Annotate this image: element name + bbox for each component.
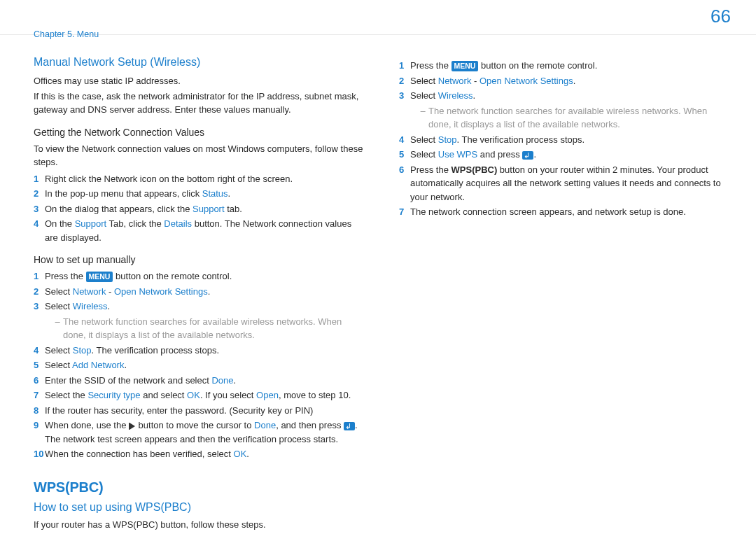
highlight-stop: Stop xyxy=(438,134,457,145)
step-item: Right click the Network icon on the bott… xyxy=(34,172,365,186)
page-number: 66 xyxy=(710,6,731,27)
step-text: Select xyxy=(45,301,73,311)
step-item: Select Network - Open Network Settings. xyxy=(34,285,365,299)
step-text: Select xyxy=(410,76,438,86)
step-text: . xyxy=(228,188,231,199)
bold-wps-pbc: WPS(PBC) xyxy=(451,164,498,175)
step-item: When the connection has been verified, s… xyxy=(34,447,365,461)
step-item: Select Stop. The verification process st… xyxy=(34,344,365,358)
highlight-security-type: Security type xyxy=(88,390,140,400)
heading-how-to-wps: How to set up using WPS(PBC) xyxy=(34,501,365,514)
step-text: and select xyxy=(141,390,188,400)
highlight-use-wps: Use WPS xyxy=(438,149,477,160)
content-area: Manual Network Setup (Wireless) Offices … xyxy=(0,35,756,533)
highlight-done: Done xyxy=(211,375,233,386)
breadcrumb: Chapter 5. Menu xyxy=(34,29,99,39)
step-text: Select xyxy=(45,286,73,297)
step-text: . The verification process stops. xyxy=(92,345,220,356)
step-text: In the pop-up menu that appears, click xyxy=(45,188,202,199)
step-text: Select xyxy=(410,90,438,101)
highlight-ok: OK xyxy=(234,449,247,459)
step-text: Select xyxy=(45,360,72,370)
heading-getting-values: Getting the Network Connection Values xyxy=(34,127,365,138)
step-text: . xyxy=(234,375,237,386)
highlight-details: Details xyxy=(164,218,192,229)
step-text: , move to step 10. xyxy=(279,390,351,400)
highlight-open-network-settings: Open Network Settings xyxy=(114,286,208,297)
step-text: . xyxy=(533,149,536,160)
highlight-status: Status xyxy=(202,188,228,199)
right-arrow-icon xyxy=(130,423,135,430)
step-text: button on the remote control. xyxy=(113,271,232,281)
step-item: Select Wireless. The network function se… xyxy=(34,300,365,342)
step-text: When the connection has been verified, s… xyxy=(45,449,234,459)
step-text: Select the xyxy=(45,390,88,400)
highlight-stop: Stop xyxy=(73,345,92,356)
step-text: . xyxy=(124,360,127,370)
heading-wps-pbc: WPS(PBC) xyxy=(34,479,365,496)
list-getting-values: Right click the Network icon on the bott… xyxy=(34,172,365,245)
step-text: button to move the cursor to xyxy=(136,420,254,430)
step-text: Enter the SSID of the network and select xyxy=(45,375,211,386)
step-text: Press the xyxy=(410,164,451,175)
step-text: Press the xyxy=(45,271,86,281)
step-item: In the pop-up menu that appears, click S… xyxy=(34,187,365,201)
step-text: . xyxy=(108,301,111,311)
text-to-view: To view the Network connection values on… xyxy=(34,142,365,169)
list-manual-steps: Press the MENU button on the remote cont… xyxy=(34,269,365,461)
step-text: Select xyxy=(410,134,438,145)
step-item: Enter the SSID of the network and select… xyxy=(34,374,365,388)
heading-manual-network-setup: Manual Network Setup (Wireless) xyxy=(34,56,365,69)
text-if-case: If this is the case, ask the network adm… xyxy=(34,90,365,117)
step-text: . xyxy=(246,449,249,459)
heading-how-to-manual: How to set up manually xyxy=(34,254,365,265)
highlight-open: Open xyxy=(256,390,279,400)
page-header: Chapter 5. Menu 66 xyxy=(0,0,756,35)
step-item: Select Network - Open Network Settings. xyxy=(399,74,731,88)
step-text: . xyxy=(573,76,576,86)
column-left: Manual Network Setup (Wireless) Offices … xyxy=(34,56,365,533)
step-item: Select Stop. The verification process st… xyxy=(399,133,731,147)
step-text: . The verification process stops. xyxy=(457,134,585,145)
menu-badge-icon: MENU xyxy=(86,272,113,282)
enter-icon xyxy=(522,151,533,160)
text-wps-intro: If your router has a WPS(PBC) button, fo… xyxy=(34,518,365,532)
menu-badge-icon: MENU xyxy=(451,61,479,71)
step-text: Select xyxy=(45,345,73,356)
step-text: On the xyxy=(45,218,75,229)
step-text: and press xyxy=(477,149,522,160)
step-text: On the dialog that appears, click the xyxy=(45,204,192,214)
step-item: On the Support Tab, click the Details bu… xyxy=(34,217,365,244)
highlight-done: Done xyxy=(254,420,276,430)
step-item: Press the WPS(PBC) button on your router… xyxy=(399,163,731,204)
step-text: Tab, click the xyxy=(106,218,164,229)
step-text: - xyxy=(471,76,479,86)
column-right: Press the MENU button on the remote cont… xyxy=(399,56,731,533)
step-text: Select xyxy=(410,149,438,160)
step-text: Press the xyxy=(410,60,451,71)
step-text: . If you select xyxy=(200,390,256,400)
step-item: Select the Security type and select OK. … xyxy=(34,388,365,402)
list-wps-steps: Press the MENU button on the remote cont… xyxy=(399,59,731,219)
step-item: Select Wireless. The network function se… xyxy=(399,89,731,132)
step-item: On the dialog that appears, click the Su… xyxy=(34,202,365,216)
step-text: button on the remote control. xyxy=(478,60,597,71)
step-item: Press the MENU button on the remote cont… xyxy=(34,269,365,283)
step-text: When done, use the xyxy=(45,420,129,430)
step-item: Select Add Network. xyxy=(34,358,365,372)
text-offices: Offices may use static IP addresses. xyxy=(34,74,365,88)
step-text: tab. xyxy=(225,204,242,214)
step-item: Select Use WPS and press . xyxy=(399,148,731,162)
highlight-network: Network xyxy=(438,76,472,86)
highlight-open-network-settings: Open Network Settings xyxy=(479,76,573,86)
sub-note: The network function searches for availa… xyxy=(55,315,365,342)
step-text: - xyxy=(106,286,114,297)
highlight-wireless: Wireless xyxy=(73,301,108,311)
step-item: If the router has security, enter the pa… xyxy=(34,404,365,418)
step-text: . xyxy=(208,286,211,297)
highlight-wireless: Wireless xyxy=(438,90,473,101)
step-item: Press the MENU button on the remote cont… xyxy=(399,59,731,73)
step-text: . xyxy=(473,90,476,101)
step-item: When done, use the button to move the cu… xyxy=(34,419,365,446)
step-text: , and then press xyxy=(276,420,344,430)
